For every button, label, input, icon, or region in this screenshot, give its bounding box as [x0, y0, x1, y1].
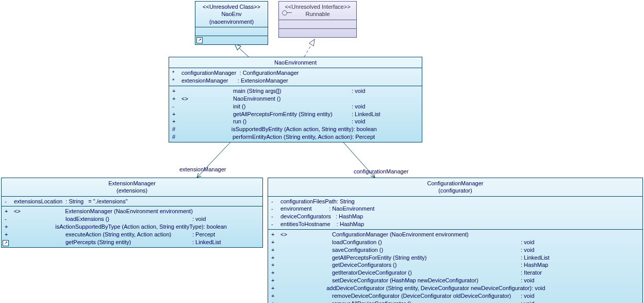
- operation-row: +getDeviceConfigurators (): HashMap: [271, 261, 639, 269]
- operation-row: +isActionSupportedByType (Action action,…: [5, 223, 259, 231]
- operation-row: +loadConfiguration (): void: [271, 238, 639, 246]
- operation-row: +executeAction (String entity, Action ac…: [5, 231, 259, 238]
- attribute-row: -configurationFilesPath: String: [271, 198, 639, 205]
- interface-name: Runnable: [282, 10, 353, 18]
- operation-row: +getAllPerceptsFromEntity (String entity…: [172, 110, 419, 118]
- svg-line-1: [304, 39, 315, 57]
- operation-row: +removeDeviceConfigurator (DeviceConfigu…: [271, 292, 639, 300]
- stereotype: <<Unresolved Interface>>: [282, 3, 353, 10]
- attribute-row: -environment : NaoEnvironment: [271, 205, 639, 213]
- class-name: NaoEnvironment: [172, 59, 419, 66]
- svg-line-0: [235, 44, 249, 57]
- interface-icon: [282, 10, 287, 15]
- operation-row: +getIteratorDeviceConfigurator (): Itera…: [271, 269, 639, 277]
- operation-row: +<>ExtensionManager (NaoEnvironment envi…: [5, 208, 259, 215]
- operation-row: #performEntityAction (String entity, Act…: [172, 133, 419, 141]
- operation-row: -loadExtensions (): void: [5, 215, 259, 223]
- attribute-row: -entitiesToHostname : HashMap: [271, 220, 639, 228]
- operation-row: +run (): void: [172, 118, 419, 125]
- class-extensionmanager[interactable]: ExtensionManager (extensions) -extension…: [1, 178, 263, 248]
- link-icon: ↗: [3, 240, 9, 246]
- operation-row: +removeAllDeviceConfigurator (): void: [271, 300, 639, 303]
- attribute-row: *extensionManager : ExtensionManager: [172, 77, 419, 85]
- assoc-label-configuration: configurationManager: [354, 168, 408, 174]
- class-package: (naoenvironment): [199, 18, 265, 25]
- class-package: (extensions): [5, 187, 259, 194]
- class-name: ExtensionManager: [5, 180, 259, 187]
- link-icon: ↗: [196, 37, 203, 43]
- operation-row: +addDeviceConfigurator (String entity, D…: [271, 284, 639, 292]
- attribute-row: *configurationManager : ConfigurationMan…: [172, 69, 419, 77]
- operation-row: #isSupportedByEntity (Action action, Str…: [172, 125, 419, 133]
- operation-row: +saveConfiguration (): void: [271, 246, 639, 254]
- class-naoenv-unresolved[interactable]: <<Unresolved Class>> NaoEnv (naoenvironm…: [195, 1, 268, 45]
- operation-row: +<>ConfigurationManager (NaoEnvironment …: [271, 231, 639, 238]
- operation-row: +main (String args[]): void: [172, 87, 419, 95]
- class-name: ConfigurationManager: [271, 180, 639, 187]
- stereotype: <<Unresolved Class>>: [199, 3, 265, 10]
- operation-row: +<>NaoEnvironment (): [172, 95, 419, 103]
- operation-row: -init (): void: [172, 103, 419, 110]
- interface-runnable-unresolved[interactable]: <<Unresolved Interface>> Runnable: [278, 1, 357, 38]
- operation-row: +getAllPerceptsForEntity (String entity)…: [271, 254, 639, 262]
- class-configurationmanager[interactable]: ConfigurationManager (configurator) -con…: [268, 178, 643, 303]
- class-naoenvironment[interactable]: NaoEnvironment *configurationManager : C…: [169, 57, 422, 142]
- attribute-row: -extensionsLocation : String = "./extens…: [5, 198, 259, 205]
- class-package: (configurator): [271, 187, 639, 194]
- operation-row: +setDeviceConfigurator (HashMap newDevic…: [271, 277, 639, 284]
- class-name: NaoEnv: [199, 10, 265, 18]
- assoc-label-extension: extensionManager: [179, 166, 226, 172]
- operation-row: +getPercepts (String entity): LinkedList: [5, 238, 259, 246]
- attribute-row: -deviceConfigurators : HashMap: [271, 213, 639, 220]
